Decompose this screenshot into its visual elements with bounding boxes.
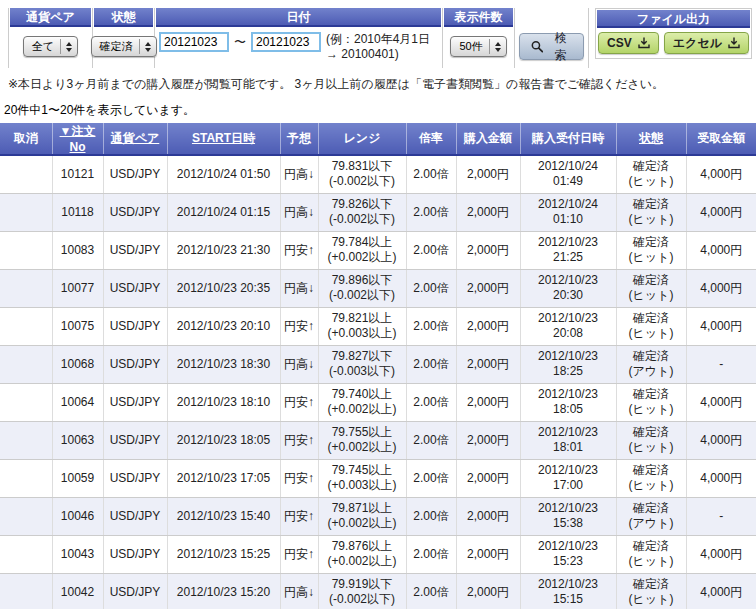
forecast-cell: 円高↓ <box>280 573 318 609</box>
status-cell-line: 確定済 <box>619 577 684 592</box>
result-count-text: 20件中1〜20件を表示しています。 <box>4 102 195 119</box>
csv-export-button[interactable]: CSV <box>598 32 659 54</box>
status-cell: 確定済(ヒット) <box>616 269 686 307</box>
purchase-amount-cell: 2,000円 <box>456 535 520 573</box>
range-cell-line: 79.896以下 <box>321 273 404 288</box>
date-format-example: (例：2010年4月1日 → 20100401) <box>326 32 438 62</box>
download-icon <box>728 37 740 49</box>
order-no-cell: 10068 <box>52 345 103 383</box>
payout-amount-cell: 4,000円 <box>686 459 756 497</box>
date-from-input[interactable] <box>159 32 229 52</box>
status-cell-line: 確定済 <box>619 349 684 364</box>
table-row: 10043USD/JPY2012/10/23 15:25円安↑79.876以上(… <box>0 535 756 573</box>
payout-amount-cell: 4,000円 <box>686 269 756 307</box>
start-datetime-cell: 2012/10/23 18:05 <box>167 421 280 459</box>
rate-cell: 2.00倍 <box>406 193 456 231</box>
currency-pair-cell: USD/JPY <box>103 459 167 497</box>
start-datetime-cell: 2012/10/23 20:10 <box>167 307 280 345</box>
search-button-label: 検索 <box>549 30 572 64</box>
status-cell-line: 確定済 <box>619 311 684 326</box>
display-count-select[interactable]: 50件 <box>450 36 506 57</box>
col-header-status[interactable]: 状態 <box>616 123 686 155</box>
date-to-input[interactable] <box>251 32 321 52</box>
csv-export-label: CSV <box>607 36 632 50</box>
status-cell: 確定済(ヒット) <box>616 535 686 573</box>
table-row: 10046USD/JPY2012/10/23 15:40円安↑79.871以上(… <box>0 497 756 535</box>
purchase-accepted-cell: 2012/10/23 20:30 <box>520 269 616 307</box>
purchase-amount-cell: 2,000円 <box>456 269 520 307</box>
status-cell-line: 確定済 <box>619 425 684 440</box>
cancel-cell <box>0 573 52 609</box>
file-output-header: ファイル出力 <box>597 10 750 28</box>
currency-pair-select[interactable]: 全て <box>23 36 78 57</box>
payout-amount-cell: 4,000円 <box>686 231 756 269</box>
filter-toolbar: 通貨ペア 全て 状態 確定済 日付 〜 <box>8 8 589 68</box>
forecast-cell: 円安↑ <box>280 535 318 573</box>
status-cell-line: 確定済 <box>619 235 684 250</box>
start-datetime-cell: 2012/10/23 21:30 <box>167 231 280 269</box>
rate-cell: 2.00倍 <box>406 155 456 193</box>
rate-cell: 2.00倍 <box>406 497 456 535</box>
range-cell: 79.755以上(+0.002以上) <box>318 421 406 459</box>
col-header-order-no[interactable]: ▼注文No <box>52 123 103 155</box>
currency-pair-select-value: 全て <box>32 39 54 54</box>
range-cell-line: 79.821以上 <box>321 311 404 326</box>
table-row: 10059USD/JPY2012/10/23 17:05円安↑79.745以上(… <box>0 459 756 497</box>
start-datetime-cell: 2012/10/23 15:40 <box>167 497 280 535</box>
range-cell-line: 79.831以下 <box>321 159 404 174</box>
filter-header-display-count: 表示件数 <box>444 8 513 27</box>
range-cell-line: (+0.002以上) <box>321 402 404 417</box>
table-row: 10042USD/JPY2012/10/23 15:20円高↓79.919以下(… <box>0 573 756 609</box>
order-no-cell: 10063 <box>52 421 103 459</box>
forecast-cell: 円安↑ <box>280 497 318 535</box>
status-cell: 確定済(ヒット) <box>616 307 686 345</box>
start-datetime-cell: 2012/10/24 01:50 <box>167 155 280 193</box>
filter-header-date: 日付 <box>156 8 441 27</box>
range-cell-line: (+0.002以上) <box>321 554 404 569</box>
order-no-cell: 10118 <box>52 193 103 231</box>
purchase-accepted-cell: 2012/10/23 15:38 <box>520 497 616 535</box>
updown-arrows-icon <box>139 39 153 54</box>
start-datetime-cell: 2012/10/23 18:10 <box>167 383 280 421</box>
range-cell-line: (-0.002以下) <box>321 592 404 607</box>
col-header-rate: 倍率 <box>406 123 456 155</box>
currency-pair-cell: USD/JPY <box>103 307 167 345</box>
table-row: 10075USD/JPY2012/10/23 20:10円安↑79.821以上(… <box>0 307 756 345</box>
range-cell: 79.876以上(+0.002以上) <box>318 535 406 573</box>
order-no-cell: 10121 <box>52 155 103 193</box>
purchase-history-table: 取消▼注文No通貨ペアSTART日時予想レンジ倍率購入金額購入受付日時状態受取金… <box>0 123 756 609</box>
purchase-accepted-cell: 2012/10/23 18:25 <box>520 345 616 383</box>
col-header-start-datetime[interactable]: START日時 <box>167 123 280 155</box>
status-cell-line: (ヒット) <box>619 174 684 189</box>
status-cell: 確定済(ヒット) <box>616 573 686 609</box>
rate-cell: 2.00倍 <box>406 383 456 421</box>
status-cell-line: 確定済 <box>619 539 684 554</box>
table-row: 10083USD/JPY2012/10/23 21:30円安↑79.784以上(… <box>0 231 756 269</box>
excel-export-button[interactable]: エクセル <box>664 32 749 54</box>
purchase-amount-cell: 2,000円 <box>456 155 520 193</box>
range-cell-line: (+0.002以上) <box>321 516 404 531</box>
currency-pair-cell: USD/JPY <box>103 573 167 609</box>
range-cell-line: (+0.003以上) <box>321 478 404 493</box>
table-row: 10118USD/JPY2012/10/24 01:15円高↓79.826以下(… <box>0 193 756 231</box>
filter-header-blank <box>516 8 587 27</box>
search-button[interactable]: 検索 <box>519 33 584 60</box>
status-cell-line: (ヒット) <box>619 478 684 493</box>
order-no-cell: 10043 <box>52 535 103 573</box>
status-cell: 確定済(ヒット) <box>616 459 686 497</box>
range-cell-line: (-0.003以下) <box>321 364 404 379</box>
range-cell: 79.831以下(-0.002以下) <box>318 155 406 193</box>
cancel-cell <box>0 307 52 345</box>
cancel-cell <box>0 345 52 383</box>
filter-table: 通貨ペア 全て 状態 確定済 日付 〜 <box>8 8 589 68</box>
range-cell: 79.827以下(-0.003以下) <box>318 345 406 383</box>
range-cell: 79.896以下(-0.002以下) <box>318 269 406 307</box>
payout-amount-cell: 4,000円 <box>686 193 756 231</box>
purchase-accepted-cell: 2012/10/23 18:01 <box>520 421 616 459</box>
purchase-accepted-cell: 2012/10/24 01:49 <box>520 155 616 193</box>
range-cell-line: 79.826以下 <box>321 197 404 212</box>
status-select[interactable]: 確定済 <box>91 36 157 57</box>
col-header-currency-pair[interactable]: 通貨ペア <box>103 123 167 155</box>
start-datetime-cell: 2012/10/23 15:25 <box>167 535 280 573</box>
payout-amount-cell: 4,000円 <box>686 573 756 609</box>
